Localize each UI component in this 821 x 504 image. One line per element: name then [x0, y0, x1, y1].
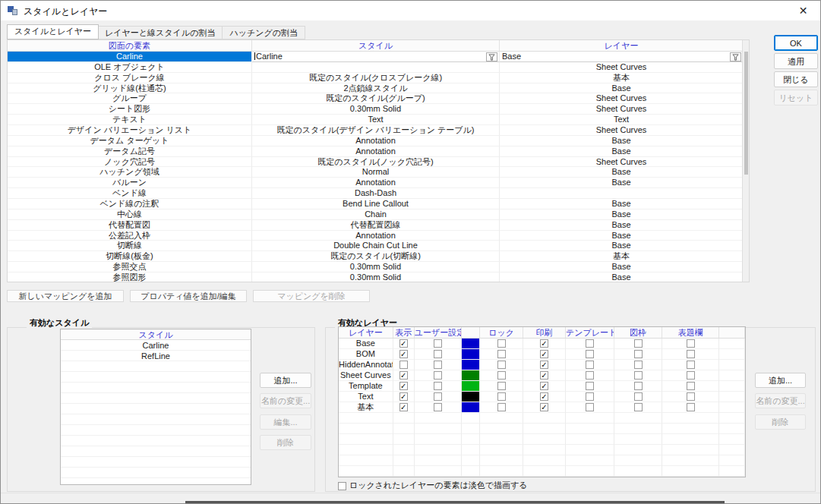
checkbox-checked-icon[interactable]: ✓ — [540, 403, 548, 411]
mapping-row[interactable]: CarlineCarlineBase — [8, 52, 743, 62]
checkbox-unchecked-icon[interactable] — [586, 371, 594, 380]
checkbox-unchecked-icon[interactable] — [634, 392, 643, 401]
checkbox-unchecked-icon[interactable] — [687, 392, 695, 401]
mapping-row[interactable]: 参照図形0.30mm SolidBase — [8, 272, 743, 282]
checkbox-unchecked-icon[interactable] — [586, 403, 594, 411]
layer-row[interactable]: BOM✓✓ — [339, 349, 745, 360]
mapping-row[interactable]: 切断線(板金)既定のスタイル(切断線)基本 — [8, 251, 743, 262]
drawing-element-cell[interactable]: Carline — [8, 52, 252, 62]
layer-title-block-cell[interactable] — [662, 381, 719, 392]
checkbox-unchecked-icon[interactable] — [586, 361, 594, 369]
checkbox-unchecked-icon[interactable] — [434, 339, 442, 348]
layer-lock-cell[interactable] — [480, 349, 523, 360]
mapping-row[interactable]: バルーンAnnotationBase — [8, 178, 743, 188]
layer-user-defined-cell[interactable] — [415, 360, 463, 370]
checkbox-unchecked-icon[interactable] — [497, 382, 506, 390]
checkbox-unchecked-icon[interactable] — [634, 339, 643, 348]
column-header-title-block[interactable]: 表題欄 — [662, 327, 719, 338]
style-cell[interactable]: 既定のスタイル(クロスブレーク線) — [252, 73, 500, 83]
drawing-element-cell[interactable]: テキスト — [8, 115, 252, 125]
mapping-grid-scrollbar[interactable] — [742, 40, 749, 282]
drawing-element-cell[interactable]: ベンド線の注釈 — [8, 199, 252, 209]
column-header-user-defined[interactable]: ユーザー設定... — [415, 327, 463, 338]
mapping-row[interactable]: クロス ブレーク線既定のスタイル(クロスブレーク線)基本 — [8, 73, 743, 83]
style-cell[interactable]: Bend Line Callout — [252, 199, 500, 209]
drawing-element-cell[interactable]: ハッチング領域 — [8, 167, 252, 178]
filter-icon[interactable] — [486, 52, 497, 61]
column-header-frame[interactable]: 図枠 — [614, 327, 663, 338]
layer-template-cell[interactable] — [566, 349, 614, 360]
drawing-element-cell[interactable]: 参照交点 — [8, 262, 252, 272]
mapping-row[interactable]: デザイン バリエーション リスト既定のスタイル(デザイン バリエーション テーブ… — [8, 125, 743, 136]
layer-frame-cell[interactable] — [614, 402, 663, 413]
checkbox-unchecked-icon[interactable] — [687, 382, 695, 390]
layer-title-block-cell[interactable] — [662, 392, 719, 402]
checkbox-unchecked-icon[interactable] — [586, 382, 594, 390]
layer-color-cell[interactable] — [462, 339, 480, 349]
layer-template-cell[interactable] — [566, 339, 614, 349]
layer-cell[interactable]: Base — [500, 272, 743, 282]
layer-print-cell[interactable]: ✓ — [523, 402, 566, 413]
mapping-row[interactable]: データム ターゲットAnnotationBase — [8, 136, 743, 146]
layer-title-block-cell[interactable] — [662, 402, 719, 413]
layer-frame-cell[interactable] — [614, 339, 663, 349]
layer-user-defined-cell[interactable] — [415, 392, 463, 402]
layer-add-button[interactable]: 追加... — [755, 373, 806, 388]
layer-template-cell[interactable] — [566, 370, 614, 381]
checkbox-unchecked-icon[interactable] — [634, 361, 643, 369]
column-header-lock[interactable]: ロック — [480, 327, 523, 338]
layer-frame-cell[interactable] — [614, 360, 663, 370]
checkbox-checked-icon[interactable]: ✓ — [399, 350, 408, 358]
checkbox-unchecked-icon[interactable] — [634, 350, 643, 358]
close-icon[interactable]: ✕ — [786, 1, 820, 20]
layer-user-defined-cell[interactable] — [415, 339, 463, 349]
checkbox-unchecked-icon[interactable] — [434, 371, 442, 380]
checkbox-unchecked-icon[interactable] — [586, 339, 594, 348]
style-cell[interactable]: Chain — [252, 209, 500, 220]
layer-cell[interactable]: Sheet Curves — [500, 157, 743, 168]
drawing-element-cell[interactable]: データム ターゲット — [8, 136, 252, 146]
mapping-row[interactable]: 中心線ChainBase — [8, 209, 743, 220]
checkbox-unchecked-icon[interactable] — [687, 403, 695, 411]
layer-cell[interactable]: Base — [500, 83, 743, 94]
checkbox-checked-icon[interactable]: ✓ — [540, 392, 548, 401]
layer-cell[interactable]: Base — [500, 209, 743, 220]
drawing-element-cell[interactable]: OLE オブジェクト — [8, 62, 252, 73]
layer-row[interactable]: Base✓✓ — [339, 339, 745, 349]
style-cell[interactable]: Annotation — [252, 178, 500, 188]
style-list-item[interactable]: Carline — [61, 340, 251, 351]
apply-button[interactable]: 適用 — [774, 53, 818, 69]
layer-cell[interactable]: 基本 — [500, 251, 743, 262]
add-mapping-button[interactable]: 新しいマッピングを追加 — [7, 290, 124, 302]
layer-user-defined-cell[interactable] — [415, 381, 463, 392]
layer-lock-cell[interactable] — [480, 339, 523, 349]
layer-color-cell[interactable] — [462, 370, 480, 381]
layer-template-cell[interactable] — [566, 392, 614, 402]
drawing-element-cell[interactable]: バルーン — [8, 178, 252, 188]
layer-visible-cell[interactable]: ✓ — [393, 349, 415, 360]
layer-cell[interactable]: Base — [500, 199, 743, 209]
layer-name-cell[interactable]: 基本 — [339, 402, 393, 413]
title-bar[interactable]: スタイルとレイヤー ✕ — [1, 1, 820, 20]
style-cell[interactable]: 既定のスタイル(デザイン バリエーション テーブル) — [252, 125, 500, 136]
layer-print-cell[interactable]: ✓ — [523, 370, 566, 381]
mapping-row[interactable]: シート図形0.30mm SolidSheet Curves — [8, 104, 743, 115]
style-cell[interactable]: 既定のスタイル(ノック穴記号) — [252, 157, 500, 168]
checkbox-checked-icon[interactable]: ✓ — [399, 382, 408, 390]
style-cell[interactable]: 0.30mm Solid — [252, 272, 500, 282]
column-header-style[interactable]: スタイル — [252, 40, 500, 51]
mapping-row[interactable]: 参照交点0.30mm SolidBase — [8, 262, 743, 272]
layer-cell[interactable]: Base — [500, 52, 743, 62]
layer-color-swatch[interactable] — [462, 349, 479, 359]
checkbox-unchecked-icon[interactable] — [497, 371, 506, 380]
style-cell[interactable]: Annotation — [252, 136, 500, 146]
layer-cell[interactable]: Sheet Curves — [500, 93, 743, 104]
mapping-row[interactable]: OLE オブジェクトSheet Curves — [8, 62, 743, 73]
layer-visible-cell[interactable] — [393, 360, 415, 370]
layer-template-cell[interactable] — [566, 381, 614, 392]
checkbox-unchecked-icon[interactable] — [434, 382, 442, 390]
layer-print-cell[interactable]: ✓ — [523, 381, 566, 392]
style-cell[interactable]: Dash-Dash — [252, 188, 500, 199]
layer-row[interactable]: Template✓✓ — [339, 381, 745, 392]
mapping-row[interactable]: ノック穴記号既定のスタイル(ノック穴記号)Sheet Curves — [8, 157, 743, 168]
